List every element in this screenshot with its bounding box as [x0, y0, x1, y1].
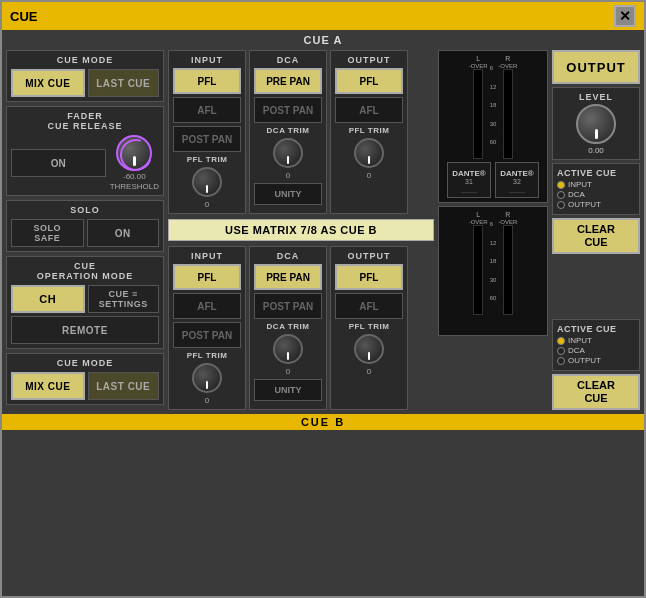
meter-bars-a: L -OVER 6 12 18 30 [443, 55, 543, 159]
output-afl-btn-b[interactable]: AFL [335, 293, 403, 319]
dante-31-btn[interactable]: DANTE® 31 ____ [447, 162, 491, 198]
meter-bars-b: L -OVER 6 12 18 30 60 [443, 211, 543, 315]
output-trim-label-a: PFL TRIM [349, 126, 390, 135]
clear-cue-btn-b[interactable]: CLEARCUE [552, 374, 640, 410]
dante-32-dash: ____ [509, 185, 525, 192]
output-pfl-btn-a[interactable]: PFL [335, 68, 403, 94]
last-cue-b-button[interactable]: LAST CUE [88, 372, 160, 400]
meter-section: L -OVER 6 12 18 30 [438, 50, 548, 410]
middle-section: INPUT PFL AFL POST PAN PFL TRIM 0 [168, 50, 434, 410]
dca-prepan-btn-a[interactable]: PRE PAN [254, 68, 322, 94]
r-label-a: R [505, 55, 510, 62]
input-afl-btn-a[interactable]: AFL [173, 97, 241, 123]
fader-on-button[interactable]: ON [11, 149, 106, 177]
radio-dca-a: DCA [557, 190, 635, 199]
dca-trim-knob-a[interactable] [273, 138, 303, 168]
l-meter: L -OVER [469, 55, 488, 159]
input-pfl-btn-a[interactable]: PFL [173, 68, 241, 94]
solo-panel: SOLO SOLOSAFE ON [6, 200, 164, 252]
output-trim-knob-b[interactable] [354, 334, 384, 364]
cue-a-section: CUE A CUE MODE MIX CUE LAST CUE F [2, 30, 644, 414]
matrix-banner: USE MATRIX 7/8 AS CUE B [168, 219, 434, 241]
level-title: LEVEL [579, 92, 613, 102]
fader-release-title: FADERCUE RELEASE [11, 111, 159, 131]
output-main-button[interactable]: OUTPUT [552, 50, 640, 84]
dante-32-btn[interactable]: DANTE® 32 ____ [495, 162, 539, 198]
remote-button[interactable]: REMOTE [11, 316, 159, 344]
input-postpan-btn-a[interactable]: POST PAN [173, 126, 241, 152]
level-knob[interactable] [576, 104, 616, 144]
right-panel-a: OUTPUT LEVEL 0.00 ACTIVE CUE [552, 50, 640, 410]
cue-a-content: CUE MODE MIX CUE LAST CUE FADERCUE RELEA… [6, 50, 640, 410]
input-col-title-b: INPUT [191, 251, 223, 261]
input-col-b: INPUT PFL AFL POST PAN PFL TRIM 0 [168, 246, 246, 410]
dante-32-label: DANTE® [500, 169, 533, 178]
dante-row-a: DANTE® 31 ____ DANTE® 32 ____ [443, 162, 543, 198]
cue-b-middle: INPUT PFL AFL POST PAN PFL TRIM 0 [168, 246, 434, 410]
cue-settings-button[interactable]: CUE ≡SETTINGS [88, 285, 160, 313]
cue-mode-panel: CUE MODE MIX CUE LAST CUE [6, 50, 164, 102]
input-postpan-btn-b[interactable]: POST PAN [173, 322, 241, 348]
input-trim-label-b: PFL TRIM [187, 351, 228, 360]
fader-knob[interactable] [116, 135, 152, 171]
output-trim-knob-a[interactable] [354, 138, 384, 168]
r-meter-b: R -OVER [498, 211, 517, 315]
op-mode-row1: CH CUE ≡SETTINGS [11, 285, 159, 313]
spacer-right [552, 257, 640, 316]
active-cue-panel-a: ACTIVE CUE INPUT DCA OUTPUT [552, 163, 640, 215]
radio-dca-dot-a [557, 191, 565, 199]
clear-cue-btn-a[interactable]: CLEARCUE [552, 218, 640, 254]
input-trim-label-a: PFL TRIM [187, 155, 228, 164]
fader-knob-container: -60.00 THRESHOLD [110, 135, 159, 191]
svg-point-0 [121, 140, 151, 170]
dca-postpan-btn-a[interactable]: POST PAN [254, 97, 322, 123]
cue-mode-b-title: CUE MODE [11, 358, 159, 368]
close-button[interactable]: ✕ [614, 5, 636, 27]
level-value: 0.00 [588, 146, 604, 155]
output-col-a: OUTPUT PFL AFL PFL TRIM 0 [330, 50, 408, 214]
input-trim-knob-b[interactable] [192, 363, 222, 393]
radio-output-a: OUTPUT [557, 200, 635, 209]
cue-a-left-panel: CUE MODE MIX CUE LAST CUE FADERCUE RELEA… [6, 50, 164, 410]
main-content: CUE A CUE MODE MIX CUE LAST CUE F [2, 30, 644, 596]
dca-col-title-b: DCA [277, 251, 300, 261]
input-afl-btn-b[interactable]: AFL [173, 293, 241, 319]
title-bar: CUE ✕ [2, 2, 644, 30]
input-pfl-btn-b[interactable]: PFL [173, 264, 241, 290]
ch-button[interactable]: CH [11, 285, 85, 313]
radio-input-dot-a [557, 181, 565, 189]
mix-cue-b-button[interactable]: MIX CUE [11, 372, 85, 400]
output-trim-label-b: PFL TRIM [349, 322, 390, 331]
solo-title: SOLO [11, 205, 159, 215]
dante-31-label: DANTE® [452, 169, 485, 178]
radio-output-b: OUTPUT [557, 356, 635, 365]
output-pfl-btn-b[interactable]: PFL [335, 264, 403, 290]
radio-input-label-b: INPUT [568, 336, 592, 345]
window-title: CUE [10, 9, 37, 24]
radio-input-label-a: INPUT [568, 180, 592, 189]
solo-safe-button[interactable]: SOLOSAFE [11, 219, 84, 247]
knob-arc [118, 137, 154, 173]
output-col-b: OUTPUT PFL AFL PFL TRIM 0 [330, 246, 408, 410]
dca-trim-label-a: DCA TRIM [267, 126, 310, 135]
radio-output-dot-a [557, 201, 565, 209]
output-afl-btn-a[interactable]: AFL [335, 97, 403, 123]
radio-input-a: INPUT [557, 180, 635, 189]
cue-b-label: CUE B [2, 414, 644, 430]
dca-col-b: DCA PRE PAN POST PAN DCA TRIM 0 UNITY [249, 246, 327, 410]
last-cue-button[interactable]: LAST CUE [88, 69, 160, 97]
op-mode-title: CUEOPERATION MODE [11, 261, 159, 281]
dca-prepan-btn-b[interactable]: PRE PAN [254, 264, 322, 290]
dca-unity-btn-b[interactable]: UNITY [254, 379, 322, 401]
radio-dca-dot-b [557, 347, 565, 355]
dca-trim-knob-b[interactable] [273, 334, 303, 364]
r-label-b: R [505, 211, 510, 218]
input-knob-value-b: 0 [205, 396, 209, 405]
dca-postpan-btn-b[interactable]: POST PAN [254, 293, 322, 319]
input-col-title-a: INPUT [191, 55, 223, 65]
dca-unity-btn-a[interactable]: UNITY [254, 183, 322, 205]
input-trim-knob-a[interactable] [192, 167, 222, 197]
solo-on-button[interactable]: ON [87, 219, 160, 247]
dante-31-num: 31 [465, 178, 473, 185]
mix-cue-button[interactable]: MIX CUE [11, 69, 85, 97]
